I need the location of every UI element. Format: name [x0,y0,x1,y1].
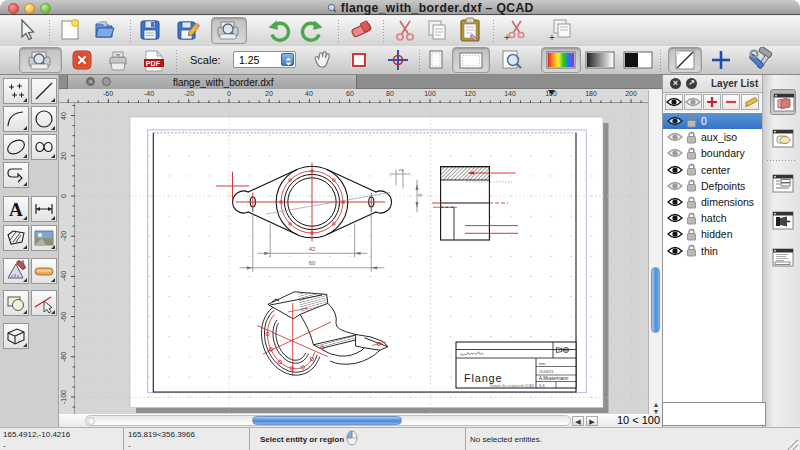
svg-text:Sample file created with QCAD: Sample file created with QCAD [490,384,535,388]
svg-text:42: 42 [309,246,315,252]
svg-text:1:1: 1:1 [539,383,545,388]
svg-text:Flange: Flange [464,372,502,384]
svg-text:PDF: PDF [146,59,161,68]
svg-text:A.Mustermann: A.Mustermann [539,376,569,381]
svg-text:mm: mm [539,362,545,366]
svg-text:21/06/11: 21/06/11 [539,370,554,374]
svg-text:A: A [9,199,23,220]
svg-text:+: + [504,32,510,43]
svg-text:60: 60 [309,260,315,266]
svg-text:+: + [549,32,555,43]
